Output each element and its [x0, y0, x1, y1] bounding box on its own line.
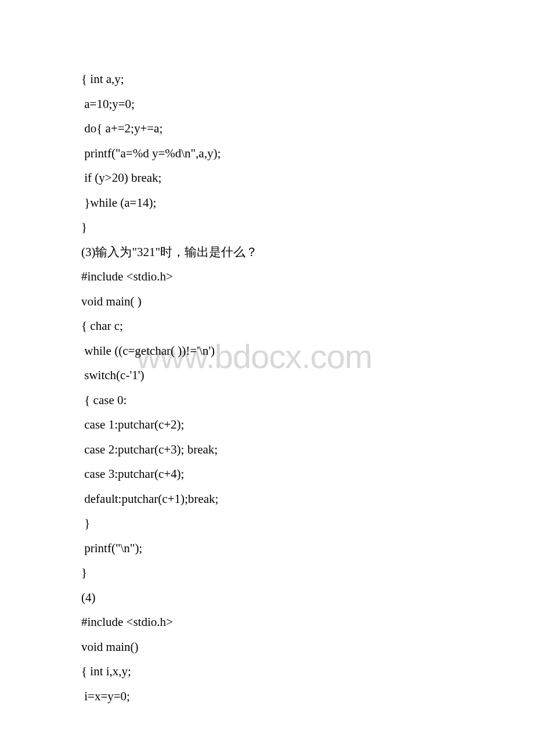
code-line: { int i,x,y;	[81, 659, 534, 684]
code-line: case 2:putchar(c+3); break;	[81, 437, 534, 462]
document-content: { int a,y; a=10;y=0; do{ a+=2;y+=a; prin…	[81, 67, 534, 708]
code-line: a=10;y=0;	[81, 92, 534, 117]
code-line: }	[81, 511, 534, 536]
code-line: case 3:putchar(c+4);	[81, 462, 534, 487]
code-line: }	[81, 560, 534, 585]
code-line: { case 0:	[81, 388, 534, 413]
code-line: }while (a=14);	[81, 190, 534, 215]
code-line: { char c;	[81, 314, 534, 339]
code-line: { int a,y;	[81, 67, 534, 92]
code-line: if (y>20) break;	[81, 165, 534, 190]
code-line: case 1:putchar(c+2);	[81, 412, 534, 437]
code-line: default:putchar(c+1);break;	[81, 487, 534, 512]
code-line: #include <stdio.h>	[81, 264, 534, 289]
code-line: switch(c-'1')	[81, 363, 534, 388]
code-line: void main()	[81, 635, 534, 660]
code-line: #include <stdio.h>	[81, 610, 534, 635]
code-line: do{ a+=2;y+=a;	[81, 116, 534, 141]
code-line: void main( )	[81, 289, 534, 314]
code-line: (4)	[81, 585, 534, 610]
code-line: i=x=y=0;	[81, 684, 534, 709]
code-line: printf("a=%d y=%d\n",a,y);	[81, 141, 534, 166]
code-line: (3)输入为"321"时，输出是什么？	[81, 240, 534, 265]
code-line: printf("\n");	[81, 536, 534, 561]
code-line: while ((c=getchar( ))!='\n')	[81, 339, 534, 363]
code-line: }	[81, 215, 534, 240]
